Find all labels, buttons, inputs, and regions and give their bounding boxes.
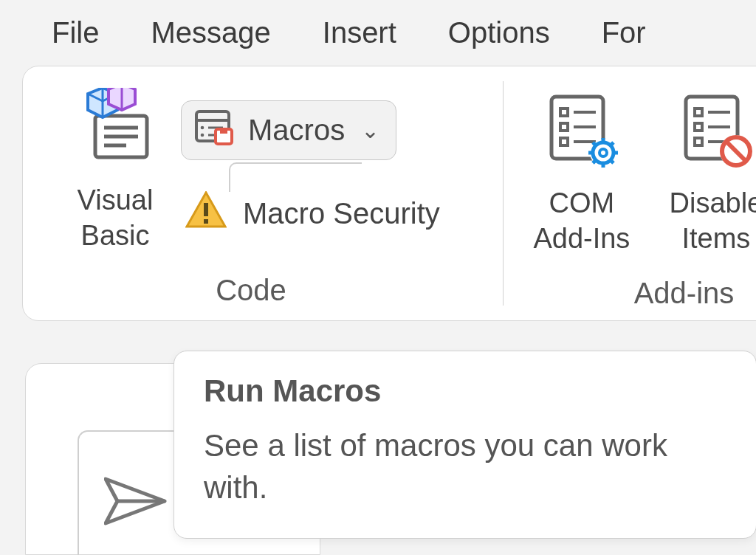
macros-icon bbox=[193, 108, 235, 152]
svg-rect-40 bbox=[695, 108, 702, 116]
menu-format-truncated[interactable]: For bbox=[602, 16, 646, 49]
ribbon-group-code: Visual Basic bbox=[23, 80, 479, 310]
group-code-label: Code bbox=[216, 274, 286, 307]
warning-triangle-icon bbox=[185, 191, 227, 236]
menu-insert[interactable]: Insert bbox=[323, 16, 396, 49]
visual-basic-label: Visual Basic bbox=[78, 183, 154, 253]
menu-bar: File Message Insert Options For bbox=[0, 0, 756, 66]
macro-security-label: Macro Security bbox=[243, 197, 440, 230]
menu-file[interactable]: File bbox=[52, 16, 99, 49]
svg-rect-41 bbox=[695, 123, 702, 131]
svg-rect-19 bbox=[204, 203, 208, 216]
message-field-border bbox=[229, 162, 362, 192]
svg-point-13 bbox=[201, 134, 205, 137]
svg-line-38 bbox=[610, 142, 614, 146]
svg-rect-24 bbox=[560, 138, 568, 145]
menu-options[interactable]: Options bbox=[448, 16, 550, 49]
svg-rect-20 bbox=[204, 219, 208, 224]
svg-line-36 bbox=[610, 159, 614, 163]
group-addins-label: Add-ins bbox=[549, 277, 735, 310]
menu-message[interactable]: Message bbox=[151, 16, 270, 49]
com-addins-label: COM Add-Ins bbox=[533, 186, 630, 256]
com-addins-icon bbox=[537, 87, 626, 176]
visual-basic-icon bbox=[71, 84, 159, 173]
macro-security-button[interactable]: Macro Security bbox=[181, 188, 444, 239]
chevron-down-icon: ⌄ bbox=[361, 117, 379, 143]
svg-point-12 bbox=[201, 126, 205, 130]
svg-rect-22 bbox=[560, 108, 568, 116]
tooltip-body: See a list of macros you can work with. bbox=[204, 425, 726, 509]
svg-rect-42 bbox=[695, 138, 702, 145]
svg-rect-23 bbox=[560, 123, 568, 131]
svg-rect-17 bbox=[220, 129, 227, 134]
send-icon bbox=[104, 473, 168, 534]
macros-dropdown-button[interactable]: Macros ⌄ bbox=[181, 100, 396, 160]
svg-line-37 bbox=[593, 159, 597, 163]
disabled-items-label: Disable Items bbox=[670, 186, 756, 256]
ribbon-developer: Visual Basic bbox=[22, 66, 756, 321]
tooltip-title: Run Macros bbox=[204, 373, 726, 409]
svg-line-35 bbox=[593, 142, 597, 146]
ribbon-group-addins: COM Add-Ins bbox=[479, 80, 756, 310]
disabled-items-button[interactable]: Disable Items bbox=[658, 87, 756, 256]
visual-basic-button[interactable]: Visual Basic bbox=[52, 84, 178, 253]
com-addins-button[interactable]: COM Add-Ins bbox=[509, 87, 655, 256]
macros-tooltip: Run Macros See a list of macros you can … bbox=[173, 351, 756, 539]
disabled-items-icon bbox=[672, 87, 756, 176]
macros-label: Macros bbox=[248, 114, 345, 147]
